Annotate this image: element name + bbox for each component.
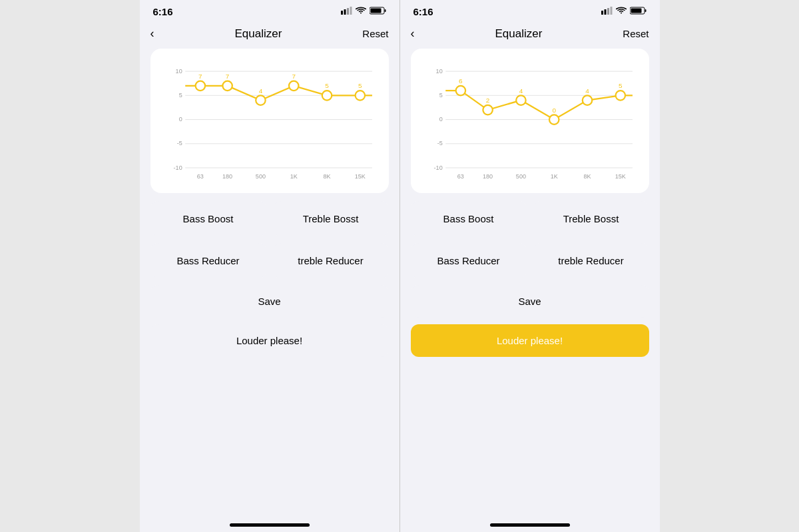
status-icons-right [601,5,647,17]
louder-button-left[interactable]: Louder please! [150,324,389,357]
svg-text:10: 10 [175,68,182,75]
svg-point-25 [195,81,204,91]
phone-screen-left: 6:16 [140,0,400,532]
phone-screen-right: 6:16 [400,0,660,532]
svg-text:1K: 1K [290,173,297,180]
svg-rect-3 [350,7,352,15]
status-bar-left: 6:16 [140,0,400,20]
eq-chart-left: 10 5 0 -5 -10 63 180 500 1K 8K 15K [161,59,378,180]
svg-point-66 [582,95,591,105]
eq-chart-right: 10 5 0 -5 -10 63 180 500 1K 8K 15K [421,59,639,180]
svg-text:5: 5 [439,92,442,99]
treble-boost-btn-right[interactable]: Treble Bosst [533,201,649,236]
svg-rect-43 [631,9,641,13]
svg-point-27 [256,95,265,105]
signal-icon-left [341,5,352,17]
svg-text:-5: -5 [437,140,442,146]
svg-rect-6 [370,9,381,13]
page-title-right: Equalizer [495,27,542,41]
status-time-left: 6:16 [153,6,173,17]
svg-rect-38 [604,9,606,15]
svg-text:4: 4 [519,87,523,95]
svg-rect-5 [384,9,386,12]
svg-text:-10: -10 [173,164,182,171]
svg-text:7: 7 [198,73,202,80]
status-icons-left [341,5,386,17]
battery-icon-left [370,5,386,17]
svg-text:63: 63 [457,173,463,180]
svg-text:180: 180 [483,173,493,180]
svg-point-63 [483,105,492,115]
svg-text:8K: 8K [583,173,591,180]
svg-point-26 [222,81,232,91]
svg-text:1K: 1K [550,173,557,180]
battery-icon-right [630,5,647,17]
svg-rect-1 [344,9,346,15]
louder-button-right[interactable]: Louder please! [411,324,649,357]
back-button-left[interactable]: ‹ [150,27,154,41]
svg-text:0: 0 [552,107,556,114]
svg-rect-37 [601,11,603,15]
signal-icon-right [601,5,613,17]
svg-point-30 [355,91,364,100]
eq-chart-card-right: 10 5 0 -5 -10 63 180 500 1K 8K 15K [411,49,649,193]
reset-button-left[interactable]: Reset [362,28,388,39]
svg-text:0: 0 [439,116,442,123]
back-button-right[interactable]: ‹ [411,27,415,41]
svg-point-64 [516,95,525,105]
home-indicator-left [230,523,310,527]
eq-chart-card-left: 10 5 0 -5 -10 63 180 500 1K 8K 15K [150,49,389,193]
svg-point-62 [455,86,465,95]
svg-text:6: 6 [459,77,463,85]
nav-bar-left: ‹ Equalizer Reset [140,20,400,49]
treble-reducer-btn-left[interactable]: treble Reducer [273,243,389,278]
content-left: 10 5 0 -5 -10 63 180 500 1K 8K 15K [140,49,400,517]
preset-grid-left: Bass Boost Treble Bosst Bass Reducer tre… [150,201,389,278]
svg-text:10: 10 [435,68,442,75]
page-title-left: Equalizer [234,27,282,41]
svg-text:5: 5 [178,92,182,99]
svg-text:15K: 15K [354,173,365,180]
svg-text:8K: 8K [323,173,330,180]
bass-boost-btn-right[interactable]: Bass Boost [411,201,527,236]
save-button-left[interactable]: Save [150,285,389,318]
svg-text:63: 63 [196,173,203,180]
svg-text:2: 2 [485,97,489,104]
svg-text:500: 500 [255,173,265,180]
svg-text:7: 7 [292,73,296,80]
bass-reducer-btn-left[interactable]: Bass Reducer [150,243,266,278]
svg-rect-42 [645,9,646,12]
svg-point-67 [615,91,625,100]
svg-text:5: 5 [358,82,362,89]
svg-text:-5: -5 [176,140,182,146]
svg-rect-2 [347,8,349,15]
svg-text:7: 7 [225,73,229,80]
wifi-icon-right [616,5,627,17]
treble-boost-btn-left[interactable]: Treble Bosst [273,201,389,236]
svg-point-28 [288,81,298,91]
bass-boost-btn-left[interactable]: Bass Boost [150,201,266,236]
preset-grid-right: Bass Boost Treble Bosst Bass Reducer tre… [411,201,649,278]
save-button-right[interactable]: Save [411,285,649,318]
status-bar-right: 6:16 [400,0,660,20]
svg-text:-10: -10 [433,164,442,171]
bass-reducer-btn-right[interactable]: Bass Reducer [411,243,527,278]
reset-button-right[interactable]: Reset [623,28,649,39]
svg-rect-0 [341,11,343,15]
svg-point-65 [549,115,558,124]
treble-reducer-btn-right[interactable]: treble Reducer [533,243,649,278]
svg-text:4: 4 [585,87,589,95]
svg-text:180: 180 [222,173,232,180]
svg-rect-39 [607,8,609,15]
status-time-right: 6:16 [413,6,433,17]
content-right: 10 5 0 -5 -10 63 180 500 1K 8K 15K [400,49,660,517]
svg-rect-40 [610,7,612,15]
svg-text:4: 4 [258,87,262,95]
nav-bar-right: ‹ Equalizer Reset [400,20,660,49]
wifi-icon-left [356,5,366,17]
svg-point-29 [322,91,331,100]
svg-text:500: 500 [515,173,525,180]
svg-text:0: 0 [178,116,182,123]
home-indicator-right [490,523,570,527]
svg-text:15K: 15K [615,173,625,180]
